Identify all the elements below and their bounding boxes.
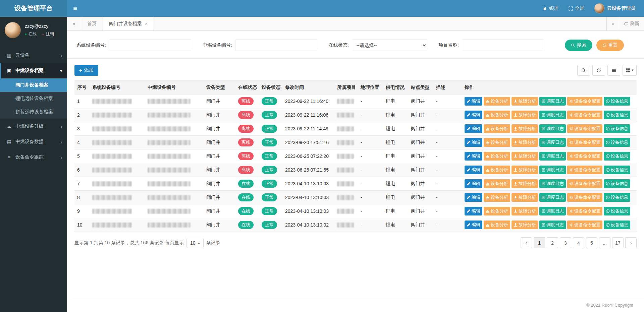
device-info-button[interactable]: 设备信息 — [604, 221, 630, 229]
fault-analysis-button[interactable]: 故障分析 — [512, 124, 538, 133]
fault-analysis-button[interactable]: 故障分析 — [512, 138, 538, 147]
dispatch-log-button[interactable]: 调度日志 — [539, 166, 566, 174]
sidebar-item-zr-device-archive[interactable]: ▣中燃设备档案▾ — [0, 63, 67, 78]
dispatch-log-button[interactable]: 调度日志 — [539, 97, 566, 106]
device-analysis-button[interactable]: 设备分析 — [484, 179, 510, 188]
device-info-button[interactable]: 设备信息 — [604, 97, 630, 106]
device-info-button[interactable]: 设备信息 — [604, 138, 630, 147]
fullscreen-button[interactable]: 全屏 — [569, 5, 584, 11]
device-command-config-button[interactable]: 设备命令配置 — [567, 179, 602, 188]
device-command-config-button[interactable]: 设备命令配置 — [567, 193, 602, 202]
device-analysis-button[interactable]: 设备分析 — [484, 152, 510, 161]
edit-button[interactable]: 编辑 — [465, 138, 482, 147]
device-info-button[interactable]: 设备信息 — [604, 207, 630, 215]
project-name-input[interactable] — [462, 40, 544, 51]
dispatch-log-button[interactable]: 调度日志 — [539, 124, 566, 133]
dispatch-log-button[interactable]: 调度日志 — [539, 207, 566, 215]
dispatch-log-button[interactable]: 调度日志 — [539, 179, 566, 188]
device-analysis-button[interactable]: 设备分析 — [484, 97, 510, 106]
prev-page-button[interactable]: ‹ — [521, 237, 532, 248]
tabs-scroll-right-button[interactable]: » — [606, 17, 619, 30]
logout-link[interactable]: →注销 — [41, 31, 54, 37]
edit-button[interactable]: 编辑 — [465, 179, 482, 188]
edit-button[interactable]: 编辑 — [465, 193, 482, 202]
page-button[interactable]: 17 — [612, 237, 624, 248]
dispatch-log-button[interactable]: 调度日志 — [539, 138, 566, 147]
device-analysis-button[interactable]: 设备分析 — [484, 221, 510, 229]
app-logo[interactable]: 设备管理平台 — [0, 0, 67, 17]
device-command-config-button[interactable]: 设备命令配置 — [567, 207, 602, 215]
sidebar-item-device-command-track[interactable]: ≡设备命令跟踪‹ — [0, 149, 67, 165]
device-command-config-button[interactable]: 设备命令配置 — [567, 111, 602, 119]
tab-refresh-button[interactable]: 刷新 — [619, 17, 644, 30]
edit-button[interactable]: 编辑 — [465, 111, 482, 119]
device-analysis-button[interactable]: 设备分析 — [484, 138, 510, 147]
device-analysis-button[interactable]: 设备分析 — [484, 124, 510, 133]
system-device-no-input[interactable] — [109, 40, 191, 51]
device-info-button[interactable]: 设备信息 — [604, 179, 630, 188]
edit-button[interactable]: 编辑 — [465, 152, 482, 161]
sidebar-item-zr-device-data[interactable]: ▤中燃设备数据‹ — [0, 134, 67, 149]
device-analysis-button[interactable]: 设备分析 — [484, 111, 510, 119]
table-columns-button[interactable]: ▾ — [623, 65, 637, 76]
table-search-toggle-button[interactable] — [577, 65, 590, 76]
page-button[interactable]: 1 — [534, 237, 545, 248]
fault-analysis-button[interactable]: 故障分析 — [512, 111, 538, 119]
device-command-config-button[interactable]: 设备命令配置 — [567, 152, 602, 161]
user-menu[interactable]: 云设备管理员 — [594, 3, 635, 13]
edit-button[interactable]: 编辑 — [465, 207, 482, 215]
device-analysis-button[interactable]: 设备分析 — [484, 166, 510, 174]
table-toggle-view-button[interactable] — [607, 65, 620, 76]
device-command-config-button[interactable]: 设备命令配置 — [567, 124, 602, 133]
reset-button[interactable]: 重置 — [596, 40, 624, 51]
sidebar-toggle-button[interactable]: ≡ — [67, 0, 83, 17]
fault-analysis-button[interactable]: 故障分析 — [512, 179, 538, 188]
online-status-select[interactable]: --请选择-- — [352, 40, 427, 51]
edit-button[interactable]: 编辑 — [465, 97, 482, 106]
edit-button[interactable]: 编辑 — [465, 124, 482, 133]
tabs-scroll-left-button[interactable]: « — [67, 17, 81, 30]
tab-valve-well-archive[interactable]: 阀门井设备档案 × — [103, 17, 154, 30]
sidebar-subitem-active[interactable]: 阀门井设备档案 — [0, 78, 67, 92]
zr-device-no-input[interactable] — [235, 40, 317, 51]
table-refresh-button[interactable] — [592, 65, 605, 76]
edit-button[interactable]: 编辑 — [465, 166, 482, 174]
device-analysis-button[interactable]: 设备分析 — [484, 193, 510, 202]
page-button[interactable]: 2 — [547, 237, 558, 248]
dispatch-log-button[interactable]: 调度日志 — [539, 152, 566, 161]
edit-button[interactable]: 编辑 — [465, 221, 482, 229]
device-analysis-button[interactable]: 设备分析 — [484, 207, 510, 215]
next-page-button[interactable]: › — [625, 237, 637, 248]
device-info-button[interactable]: 设备信息 — [604, 111, 630, 119]
tab-home[interactable]: 首页 — [81, 17, 103, 30]
fault-analysis-button[interactable]: 故障分析 — [512, 152, 538, 161]
search-button[interactable]: 搜索 — [565, 40, 592, 51]
device-command-config-button[interactable]: 设备命令配置 — [567, 97, 602, 106]
fault-analysis-button[interactable]: 故障分析 — [512, 193, 538, 202]
add-button[interactable]: + 添加 — [74, 65, 98, 76]
page-ellipsis[interactable]: ... — [599, 237, 610, 248]
device-command-config-button[interactable]: 设备命令配置 — [567, 166, 602, 174]
page-button[interactable]: 5 — [586, 237, 597, 248]
sidebar-subitem[interactable]: 拼装远传设备档案 — [0, 105, 67, 119]
device-info-button[interactable]: 设备信息 — [604, 124, 630, 133]
device-command-config-button[interactable]: 设备命令配置 — [567, 138, 602, 147]
sidebar-item-zr-device-upgrade[interactable]: ☁中燃设备升级‹ — [0, 119, 67, 134]
fault-analysis-button[interactable]: 故障分析 — [512, 166, 538, 174]
dispatch-log-button[interactable]: 调度日志 — [539, 221, 566, 229]
device-command-config-button[interactable]: 设备命令配置 — [567, 221, 602, 229]
device-info-button[interactable]: 设备信息 — [604, 193, 630, 202]
sidebar-subitem[interactable]: 锂电远传设备档案 — [0, 92, 67, 105]
page-button[interactable]: 4 — [573, 237, 584, 248]
dispatch-log-button[interactable]: 调度日志 — [539, 111, 566, 119]
sidebar-item-cloud-devices[interactable]: ▥云设备‹ — [0, 48, 67, 63]
fault-analysis-button[interactable]: 故障分析 — [512, 207, 538, 215]
fault-analysis-button[interactable]: 故障分析 — [512, 221, 538, 229]
device-info-button[interactable]: 设备信息 — [604, 166, 630, 174]
close-icon[interactable]: × — [145, 21, 148, 26]
page-button[interactable]: 3 — [560, 237, 571, 248]
device-info-button[interactable]: 设备信息 — [604, 152, 630, 161]
lock-screen-button[interactable]: 锁屏 — [543, 5, 558, 11]
dispatch-log-button[interactable]: 调度日志 — [539, 193, 566, 202]
fault-analysis-button[interactable]: 故障分析 — [512, 97, 538, 106]
